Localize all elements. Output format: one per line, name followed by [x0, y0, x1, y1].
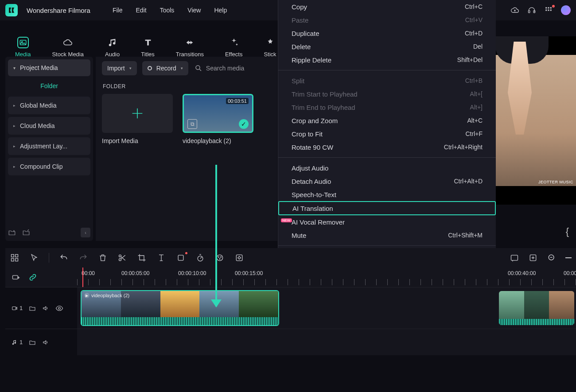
tab-audio[interactable]: Audio [105, 37, 120, 58]
music-icon [107, 37, 118, 48]
ctx-crop-and-zoom[interactable]: Crop and ZoomAlt+C [278, 114, 496, 127]
collapse-sidebar-button[interactable]: ‹ [81, 228, 90, 237]
project-media-chip[interactable]: ▾ Project Media [8, 59, 90, 76]
menu-help[interactable]: Help [214, 7, 227, 14]
redo-icon[interactable] [78, 253, 88, 263]
undo-icon[interactable] [59, 253, 69, 263]
ruler-time-label: 00:00:40:00 [508, 270, 536, 276]
app-title: Wondershare Filmora [27, 7, 90, 14]
delete-folder-icon[interactable] [22, 229, 30, 237]
menu-bar: File Edit Tools View Help [113, 7, 227, 14]
svg-rect-14 [16, 259, 18, 261]
media-clip-thumbnail[interactable]: 00:03:51 ⧉ ✓ [183, 94, 253, 133]
ctx-detach-audio[interactable]: Detach AudioCtrl+Alt+D [278, 175, 496, 188]
layout-icon[interactable] [10, 253, 19, 263]
new-folder-icon[interactable] [8, 229, 16, 237]
record-icon [148, 66, 152, 70]
tab-effects[interactable]: Effects [225, 37, 243, 58]
import-dropdown[interactable]: Import▾ [102, 61, 137, 75]
ctx-ai-translation[interactable]: AI Translation [278, 201, 496, 215]
link-icon[interactable] [28, 273, 37, 282]
transition-icon [184, 37, 195, 48]
svg-rect-0 [529, 11, 530, 13]
ctx-adjust-audio[interactable]: Adjust Audio [278, 161, 496, 175]
svg-point-20 [218, 257, 219, 258]
ctx-crop-to-fit[interactable]: Crop to FitCtrl+F [278, 127, 496, 140]
menu-file[interactable]: File [113, 7, 123, 14]
menu-edit[interactable]: Edit [136, 7, 147, 14]
timeline-clip-main[interactable]: ▶videoplayback (2) [81, 290, 279, 326]
menu-view[interactable]: View [187, 7, 201, 14]
mute-audio-icon[interactable] [42, 339, 49, 346]
crop-icon[interactable] [137, 253, 147, 263]
mute-track-icon[interactable] [42, 305, 49, 312]
import-media-label: Import Media [102, 137, 138, 144]
ctx-rotate-90-cw[interactable]: Rotate 90 CWCtrl+Alt+Right [278, 140, 496, 154]
lock-audio-icon[interactable] [29, 339, 36, 346]
cloud-icon[interactable] [510, 6, 519, 15]
clip-name-label: videoplayback (2) [183, 137, 231, 144]
ctx-copy[interactable]: CopyCtrl+C [278, 0, 496, 13]
svg-rect-13 [12, 259, 14, 261]
check-icon: ✓ [239, 119, 249, 129]
timeline-ruler[interactable]: 00:0000:00:05:0000:00:10:0000:00:15:0000… [5, 268, 576, 287]
folder-section-label: FOLDER [103, 83, 270, 89]
tool-tabs: Media Stock Media Audio Titles Transitio… [5, 22, 286, 58]
media-sidebar: ▾ Project Media Folder ▸Global Media ▸Cl… [5, 57, 93, 241]
cursor-icon[interactable] [29, 253, 39, 263]
svg-rect-7 [550, 10, 552, 11]
keyframe-icon[interactable] [234, 253, 244, 263]
image-icon [17, 37, 29, 48]
svg-rect-17 [178, 255, 183, 260]
ctx-speech-to-text[interactable]: Speech-to-Text [278, 188, 496, 201]
app-logo [5, 4, 18, 16]
tab-media[interactable]: Media [15, 37, 31, 58]
timeline-toolbar [5, 248, 576, 268]
sidebar-item-global-media[interactable]: ▸Global Media [8, 97, 90, 114]
ctx-ripple-delete[interactable]: Ripple DeleteShift+Del [278, 53, 496, 66]
tab-transitions[interactable]: Transitions [176, 37, 204, 58]
chevron-down-icon: ▾ [13, 66, 16, 70]
search-media[interactable]: Search media [195, 64, 244, 72]
import-media-tile[interactable] [102, 94, 173, 133]
split-icon[interactable] [117, 253, 127, 263]
svg-rect-3 [548, 7, 549, 8]
ctx-delete[interactable]: DeleteDel [278, 40, 496, 53]
svg-rect-1 [533, 11, 535, 13]
ctx-ai-vocal-remover[interactable]: NEWAI Vocal Remover [278, 215, 496, 229]
timeline-clip-secondary[interactable] [499, 291, 574, 325]
headset-icon[interactable] [527, 6, 536, 15]
record-dropdown[interactable]: Record▾ [142, 61, 188, 75]
menu-tools[interactable]: Tools [160, 7, 175, 14]
ruler-time-label: 00:00 [564, 270, 576, 276]
ctx-trim-start-to-playhead: Trim Start to PlayheadAlt+[ [278, 87, 496, 101]
zoom-slider[interactable] [565, 257, 572, 258]
add-track-icon[interactable] [12, 273, 20, 282]
ruler-time-label: 00:00:15:00 [235, 270, 263, 276]
lock-icon[interactable] [29, 305, 36, 312]
add-marker-icon[interactable] [528, 253, 538, 263]
timeline-tracks: 1 ▶videoplayback (2) 1 [5, 287, 576, 392]
media-panel: Import▾ Record▾ Search media FOLDER Impo… [96, 57, 277, 241]
tracking-icon[interactable] [176, 253, 186, 263]
ctx-duplicate[interactable]: DuplicateCtrl+D [278, 27, 496, 40]
avatar[interactable] [561, 5, 571, 15]
sidebar-item-adjustment-layer[interactable]: ▸Adjustment Lay... [8, 137, 90, 155]
zoom-out-icon[interactable] [547, 253, 557, 263]
annotation-arrow [215, 165, 217, 307]
visibility-icon[interactable] [55, 304, 63, 312]
video-track: 1 ▶videoplayback (2) [5, 287, 576, 329]
sidebar-item-compound-clip[interactable]: ▸Compound Clip [8, 158, 90, 175]
text-tool-icon[interactable] [156, 253, 166, 263]
svg-rect-23 [236, 255, 242, 260]
apps-icon[interactable] [544, 6, 553, 15]
tab-stickers[interactable]: Stick [264, 37, 276, 58]
tab-titles[interactable]: Titles [141, 37, 155, 58]
speed-icon[interactable] [195, 253, 205, 263]
sidebar-item-cloud-media[interactable]: ▸Cloud Media [8, 117, 90, 135]
marker-list-icon[interactable] [510, 253, 519, 263]
delete-icon[interactable] [98, 253, 108, 263]
ctx-mute[interactable]: MuteCtrl+Shift+M [278, 229, 496, 242]
svg-rect-11 [12, 255, 14, 257]
tab-stock-media[interactable]: Stock Media [52, 37, 84, 58]
